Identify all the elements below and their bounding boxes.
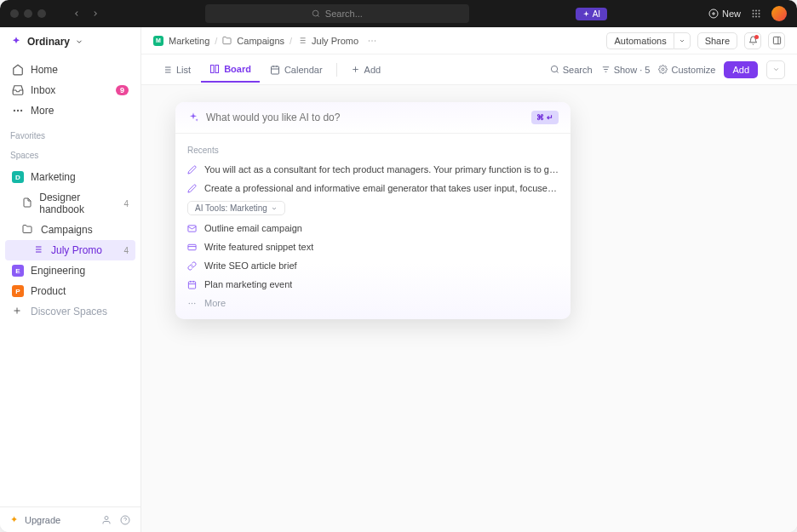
search-action[interactable]: Search	[550, 65, 593, 75]
maximize-dot[interactable]	[37, 9, 46, 18]
traffic-lights	[10, 9, 46, 18]
tool-seo[interactable]: Write SEO article brief	[175, 256, 571, 275]
svg-point-31	[369, 40, 370, 42]
sparkle-icon	[187, 112, 199, 123]
space-product[interactable]: P Product	[5, 281, 135, 301]
ai-pill[interactable]: AI	[576, 8, 607, 20]
ai-modal: ⌘ ↵ Recents You will act as a consultant…	[175, 102, 571, 319]
forward-button[interactable]	[87, 5, 104, 22]
pencil-icon	[187, 165, 198, 174]
svg-point-50	[551, 66, 557, 72]
tool-more[interactable]: More	[175, 294, 571, 312]
sidebar-more[interactable]: More	[5, 100, 135, 121]
show-action[interactable]: Show · 5	[601, 65, 651, 75]
add-button[interactable]: Add	[724, 61, 758, 78]
crumb-space[interactable]: Marketing	[169, 36, 209, 46]
add-dropdown[interactable]	[766, 60, 785, 79]
svg-point-0	[312, 10, 318, 16]
view-list[interactable]: List	[153, 58, 199, 82]
automations-button[interactable]: Automations	[606, 32, 673, 49]
view-add[interactable]: Add	[342, 58, 390, 82]
svg-rect-44	[271, 66, 278, 74]
board-area: ⌘ ↵ Recents You will act as a consultant…	[141, 85, 797, 532]
pencil-icon	[187, 184, 198, 193]
search-icon	[312, 9, 320, 18]
svg-rect-43	[215, 65, 219, 72]
space-engineering[interactable]: E Engineering	[5, 260, 135, 281]
new-button[interactable]: New	[708, 9, 741, 19]
ai-input[interactable]	[206, 112, 525, 123]
user-icon[interactable]	[101, 515, 112, 525]
panel-icon	[772, 36, 782, 45]
svg-point-8	[753, 13, 754, 14]
favorites-label: Favorites	[0, 124, 140, 144]
svg-point-10	[759, 13, 760, 14]
space-marketing-icon: D	[12, 171, 24, 183]
gear-icon	[658, 65, 668, 74]
inbox-icon	[12, 84, 24, 96]
customize-action[interactable]: Customize	[658, 65, 715, 75]
nav-arrows	[68, 5, 104, 22]
inbox-badge: 9	[116, 85, 129, 95]
folder-icon	[222, 36, 232, 45]
automations-dropdown[interactable]	[674, 32, 691, 49]
more-icon[interactable]	[367, 36, 377, 46]
svg-line-51	[556, 72, 558, 73]
sidebar: Ordinary Home Inbox 9 More	[0, 27, 141, 532]
search-icon	[550, 65, 559, 74]
user-avatar[interactable]	[771, 6, 787, 21]
tool-snippet[interactable]: Write featured snippet text	[175, 237, 571, 256]
svg-point-14	[17, 110, 18, 111]
chevron-down-icon	[75, 37, 83, 46]
ai-tools-chip[interactable]: AI Tools: Marketing	[187, 201, 285, 215]
share-button[interactable]: Share	[697, 32, 737, 49]
space-product-icon: P	[12, 285, 24, 297]
notification-button[interactable]	[744, 32, 761, 49]
svg-point-64	[192, 302, 192, 303]
plus-circle-icon	[708, 9, 719, 19]
sidebar-home[interactable]: Home	[5, 60, 135, 80]
svg-point-11	[753, 16, 754, 18]
tool-plan-event[interactable]: Plan marketing event	[175, 275, 571, 294]
svg-point-65	[194, 302, 195, 303]
more-icon	[187, 299, 198, 308]
svg-point-13	[759, 16, 760, 18]
workspace-switcher[interactable]: Ordinary	[0, 27, 140, 56]
svg-point-15	[21, 110, 22, 111]
svg-rect-59	[188, 281, 195, 288]
plus-icon	[351, 65, 360, 74]
view-board[interactable]: Board	[201, 57, 260, 83]
crumb-folder[interactable]: Campaigns	[237, 36, 284, 46]
workspace-logo-icon	[10, 36, 22, 48]
recent-item-2[interactable]: Create a professional and informative em…	[175, 179, 571, 197]
back-button[interactable]	[68, 5, 85, 22]
minimize-dot[interactable]	[24, 9, 32, 18]
upgrade-link[interactable]: Upgrade	[25, 515, 60, 525]
help-icon[interactable]	[120, 515, 130, 525]
titlebar: Search... AI New	[0, 0, 797, 27]
crumb-list[interactable]: July Promo	[312, 36, 358, 46]
tool-outline-email[interactable]: Outline email campaign	[175, 219, 571, 237]
panel-button[interactable]	[768, 32, 785, 49]
list-icon	[297, 36, 307, 45]
sidebar-inbox[interactable]: Inbox 9	[5, 80, 135, 100]
svg-point-5	[753, 10, 754, 12]
apps-icon[interactable]	[751, 9, 761, 19]
sidebar-july-promo[interactable]: July Promo 4	[5, 240, 135, 260]
recent-item-1[interactable]: You will act as a consultant for tech pr…	[175, 160, 571, 179]
view-calendar[interactable]: Calendar	[261, 58, 331, 82]
svg-point-33	[375, 40, 376, 42]
svg-point-55	[662, 68, 665, 71]
ai-modal-header: ⌘ ↵	[175, 102, 571, 134]
notif-dot	[754, 35, 759, 39]
discover-spaces[interactable]: Discover Spaces	[5, 301, 135, 322]
svg-rect-34	[773, 37, 780, 43]
view-tabs: List Board Calendar Add	[141, 54, 797, 85]
close-dot[interactable]	[10, 9, 19, 18]
search-bar[interactable]: Search...	[205, 4, 469, 23]
ai-shortcut: ⌘ ↵	[531, 111, 559, 124]
crumb-space-icon: M	[153, 36, 163, 46]
sidebar-campaigns[interactable]: Campaigns	[5, 220, 135, 240]
sidebar-designer-handbook[interactable]: Designer handbook 4	[5, 187, 135, 220]
space-marketing[interactable]: D Marketing	[5, 167, 135, 187]
